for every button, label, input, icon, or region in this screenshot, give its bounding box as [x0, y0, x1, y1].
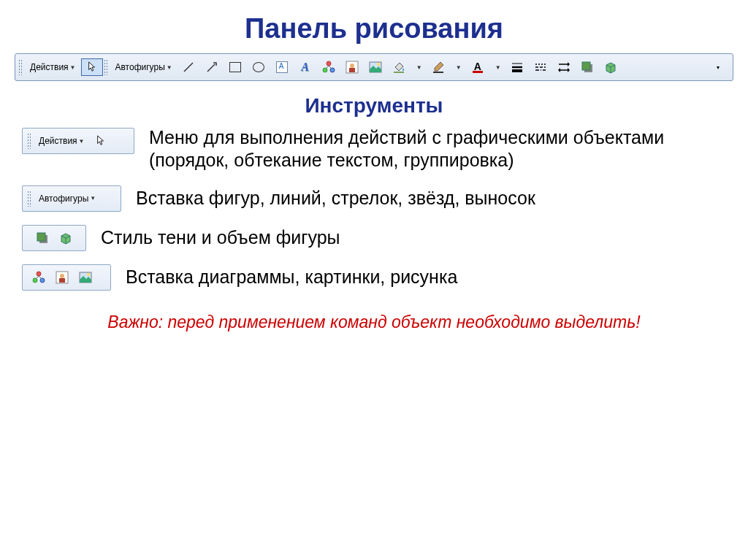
3d-style-button[interactable] [600, 58, 622, 76]
fill-color-button[interactable] [388, 58, 410, 76]
shadow-icon [36, 231, 49, 245]
arrow-style-button[interactable] [553, 58, 575, 76]
brush-icon [432, 61, 445, 74]
toolbar-grip[interactable] [18, 59, 23, 75]
picture-button[interactable] [75, 269, 96, 286]
paint-bucket-icon [392, 61, 405, 74]
font-color-button[interactable]: A [467, 58, 489, 76]
dropdown-arrow-icon: ▼ [70, 64, 76, 71]
autoshapes-menu-label: Автофигуры [115, 62, 165, 72]
arrow-style-icon [557, 61, 570, 73]
font-color-dropdown[interactable]: ▼ [490, 58, 505, 76]
oval-button[interactable] [248, 58, 270, 76]
svg-point-26 [40, 278, 45, 283]
select-objects-button[interactable] [90, 132, 112, 150]
svg-point-3 [323, 68, 327, 72]
shadow-style-button[interactable] [31, 229, 53, 247]
clipart-icon [346, 61, 359, 74]
svg-rect-7 [349, 68, 355, 72]
diagram-icon [322, 61, 335, 74]
autoshapes-menu-label: Автофигуры [39, 193, 88, 204]
font-color-icon: A [473, 62, 483, 73]
dropdown-arrow-icon: ▼ [416, 64, 422, 71]
toolbar-grip-2[interactable] [104, 59, 108, 75]
svg-point-2 [327, 61, 331, 66]
shadow-icon [581, 61, 594, 74]
chevron-down-icon: ▾ [717, 64, 720, 71]
dropdown-arrow-icon: ▼ [79, 138, 85, 145]
textbox-button[interactable] [271, 58, 293, 76]
actions-toolbar-sample: Действия ▼ [22, 128, 134, 154]
diagram-icon [32, 271, 45, 284]
svg-point-6 [350, 64, 354, 68]
actions-menu-button[interactable]: Действия ▼ [26, 58, 80, 76]
cube-icon [59, 231, 72, 245]
svg-line-1 [207, 64, 215, 72]
toolbar-grip[interactable] [27, 191, 31, 207]
line-color-button[interactable] [427, 58, 449, 76]
svg-point-31 [87, 273, 90, 276]
3d-style-button[interactable] [55, 229, 77, 247]
line-weight-button[interactable] [506, 58, 528, 76]
section-subtitle: Инструменты [0, 94, 748, 118]
actions-description: Меню для выполнения действий с графическ… [149, 126, 704, 172]
shadow-3d-toolbar-sample [22, 225, 86, 251]
arrow-icon [206, 61, 218, 73]
dropdown-arrow-icon: ▼ [167, 64, 172, 71]
picture-icon [79, 271, 92, 284]
important-note: Важно: перед применением команд объект н… [0, 312, 748, 332]
page-title: Панель рисования [0, 13, 748, 45]
fill-color-dropdown[interactable]: ▼ [411, 58, 426, 76]
svg-point-4 [330, 68, 335, 72]
svg-rect-11 [433, 72, 443, 73]
cube-icon [604, 61, 617, 74]
select-objects-button[interactable] [81, 58, 103, 76]
svg-rect-21 [582, 62, 590, 70]
tool-description-row: Действия ▼ Меню для выполнения действий … [22, 128, 726, 172]
svg-point-9 [377, 63, 380, 66]
dropdown-arrow-icon: ▼ [495, 64, 501, 71]
dropdown-arrow-icon: ▼ [456, 64, 462, 71]
clipart-button[interactable] [51, 269, 73, 286]
tool-description-row: Стиль тени и объем фигуры [22, 225, 726, 251]
diagram-button[interactable] [318, 58, 340, 76]
arrow-button[interactable] [201, 58, 223, 76]
actions-menu-label: Действия [30, 62, 69, 72]
actions-menu-label: Действия [39, 136, 77, 146]
svg-point-24 [37, 272, 41, 276]
svg-point-25 [33, 278, 37, 283]
line-color-dropdown[interactable]: ▼ [451, 58, 465, 76]
insert-toolbar-sample [22, 264, 111, 291]
tool-description-row: Вставка диаграммы, картинки, рисунка [22, 264, 726, 291]
toolbar-overflow-button[interactable]: ▾ [707, 58, 729, 76]
clipart-icon [56, 271, 69, 284]
tool-description-row: Автофигуры ▼ Вставка фигур, линий, стрел… [22, 185, 726, 212]
rectangle-button[interactable] [224, 58, 246, 76]
cursor-icon [87, 61, 97, 73]
drawing-toolbar: Действия ▼ Автофигуры ▼ A ▼ ▼ A ▼ [15, 53, 733, 81]
svg-rect-23 [37, 233, 45, 241]
svg-rect-29 [59, 278, 65, 283]
autoshapes-menu-button[interactable]: Автофигуры ▼ [112, 58, 176, 76]
dash-style-button[interactable] [530, 58, 552, 76]
wordart-button[interactable]: A [294, 58, 316, 76]
picture-button[interactable] [365, 58, 386, 76]
dash-style-icon [535, 61, 546, 73]
autoshapes-menu-button[interactable]: Автофигуры ▼ [35, 190, 99, 207]
toolbar-grip[interactable] [27, 133, 31, 149]
wordart-icon: A [301, 61, 309, 74]
actions-menu-button[interactable]: Действия ▼ [35, 132, 88, 150]
clipart-button[interactable] [341, 58, 363, 76]
dropdown-arrow-icon: ▼ [90, 195, 96, 202]
diagram-button[interactable] [28, 269, 50, 286]
line-weight-icon [511, 61, 523, 73]
shadow-3d-description: Стиль тени и объем фигуры [101, 226, 340, 249]
textbox-icon [276, 61, 288, 73]
line-icon [183, 61, 194, 73]
line-button[interactable] [178, 58, 199, 76]
picture-icon [369, 61, 382, 74]
rectangle-icon [229, 62, 241, 72]
insert-description: Вставка диаграммы, картинки, рисунка [126, 266, 457, 288]
shadow-style-button[interactable] [576, 58, 598, 76]
autoshapes-toolbar-sample: Автофигуры ▼ [22, 185, 121, 212]
